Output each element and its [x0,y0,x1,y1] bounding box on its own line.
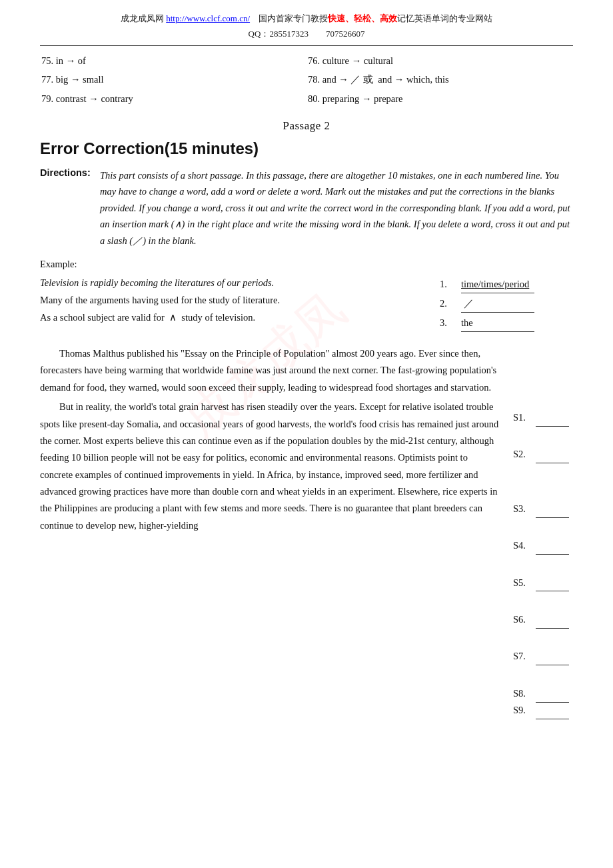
s2-line [536,446,569,463]
s9-label: S9. [513,702,533,719]
ans-value-1: time/times/period [461,275,534,293]
desc-red: 快速、轻松、高效 [328,13,397,23]
site-name: 成龙成凤网 [121,13,164,23]
header: 成龙成凤网 http://www.clcf.com.cn/ 国内首家专门教授快速… [40,12,573,41]
example-line-2: Many of the arguments having used for th… [40,291,433,309]
s3-line [536,500,569,517]
answer-1: 1. time/times/period [440,275,573,293]
s3-label: S3. [513,501,533,517]
correction-77: 77. big → small [40,71,306,88]
example-area: Television is rapidly becoming the liter… [40,274,573,333]
passage-title: Passage 2 [40,119,573,133]
side-blanks: S1. S2. S3. S4. S5. [513,345,573,719]
passage-para-1: Thomas Malthus published his "Essay on t… [40,345,502,396]
directions-block: Directions: This part consists of a shor… [40,167,573,249]
s5-line [536,574,569,591]
correction-75: 75. in → of [40,53,306,69]
ec-heading: Error Correction(15 minutes) [40,139,573,158]
qq-label: QQ： [249,29,270,39]
qq1: 285517323 [269,29,308,39]
correction-76: 76. culture → cultural [306,53,573,69]
ans-num-3: 3. [440,314,458,331]
s4-label: S4. [513,537,533,554]
ans-value-3: the [461,314,534,332]
s8-line [536,685,569,702]
ans-num-1: 1. [440,275,458,293]
s7-line [536,648,569,665]
side-blank-S2: S2. [513,446,573,463]
desc-prefix: 国内首家专门教授 [259,13,328,23]
side-blank-S1: S1. [513,409,573,426]
directions-label: Directions: [40,167,100,249]
correction-78: 78. and → ／ 或 and → which, this [306,71,573,88]
correction-79: 79. contrast → contrary [40,91,306,107]
example-answers: 1. time/times/period 2. ／ 3. the [440,274,573,333]
side-blank-S9: S9. [513,702,573,719]
side-blank-S7: S7. [513,648,573,665]
corrections-grid: 75. in → of 76. culture → cultural 77. b… [40,53,573,107]
correction-80: 80. preparing → prepare [306,91,573,107]
answer-3: 3. the [440,314,573,332]
header-divider [40,45,573,46]
passage-text: Thomas Malthus published his "Essay on t… [40,345,513,719]
example-line-1: Television is rapidly becoming the liter… [40,274,433,291]
ans-num-2: 2. [440,295,458,312]
directions-text: This part consists of a short passage. I… [100,167,573,249]
s2-label: S2. [513,446,533,463]
side-blank-S4: S4. [513,537,573,554]
side-blank-S8: S8. [513,685,573,702]
s4-line [536,537,569,555]
side-blank-S3: S3. [513,501,573,517]
example-text: Television is rapidly becoming the liter… [40,274,440,333]
s1-label: S1. [513,409,533,426]
s8-label: S8. [513,685,533,702]
passage-area: Thomas Malthus published his "Essay on t… [40,345,573,719]
s1-line [536,409,569,427]
s9-line [536,702,569,719]
answer-2: 2. ／ [440,295,573,313]
side-blank-S5: S5. [513,575,573,591]
s6-line [536,611,569,628]
passage-para-2: But in reality, the world's total grain … [40,399,502,534]
example-label: Example: [40,259,573,270]
desc-end: 记忆英语单词的专业网站 [397,13,492,23]
s5-label: S5. [513,575,533,591]
s6-label: S6. [513,611,533,628]
qq2: 707526607 [326,29,365,39]
ans-value-2: ／ [461,295,534,313]
page: 成龙成凤网 http://www.clcf.com.cn/ 国内首家专门教授快速… [0,0,613,868]
site-url[interactable]: http://www.clcf.com.cn/ [166,13,250,23]
s7-label: S7. [513,648,533,665]
example-line-3: As a school subject are valid for ∧ stud… [40,309,433,326]
side-blank-S6: S6. [513,611,573,628]
